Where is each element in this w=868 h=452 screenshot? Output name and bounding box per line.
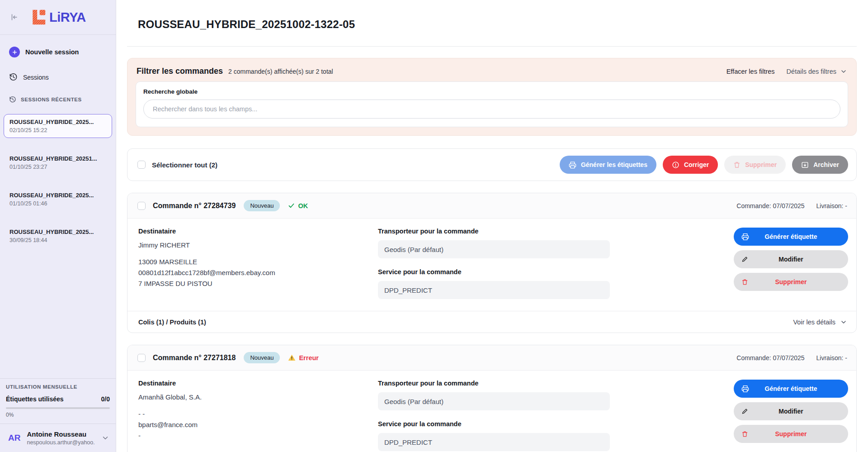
order-status-label: OK [298, 202, 308, 209]
alert-circle-icon [672, 161, 679, 169]
select-all-checkbox[interactable] [137, 161, 146, 169]
generate-label-button[interactable]: Générer étiquette [734, 380, 848, 398]
session-list-item[interactable]: ROUSSEAU_HYBRIDE_2025... 30/09/25 18:44 [4, 224, 112, 248]
sidebar-item-sessions[interactable]: Sessions [0, 68, 116, 86]
order-body: Destinataire Amanhã Global, S.A. - - bpa… [127, 371, 856, 452]
filter-panel: Filtrer les commandes 2 commande(s) affi… [127, 58, 857, 136]
bulk-actions-bar: Sélectionner tout (2) Générer les étique… [127, 148, 857, 181]
order-date: Commande: 07/07/2025 [736, 354, 804, 362]
delete-selected-button[interactable]: Supprimer [724, 156, 786, 174]
printer-icon [741, 385, 749, 393]
filter-details-toggle[interactable]: Détails des filtres [787, 68, 847, 75]
generate-labels-label: Générer les étiquettes [581, 161, 647, 168]
session-date: 01/10/25 23:27 [9, 164, 106, 170]
recipient-column: Destinataire Amanhã Global, S.A. - - bpa… [138, 380, 378, 451]
recipient-address: - - bparts@france.com - [138, 410, 378, 439]
correct-button[interactable]: Corriger [663, 156, 718, 174]
archive-label: Archiver [813, 161, 839, 168]
order-card: Commande n° 27271818 Nouveau Erreur Comm… [127, 345, 857, 452]
usage-label: Étiquettes utilisées [6, 395, 64, 403]
session-name: ROUSSEAU_HYBRIDE_2025... [9, 119, 106, 125]
select-all-label: Sélectionner tout (2) [152, 161, 217, 169]
global-search-card: Recherche globale [136, 81, 848, 127]
order-title: Commande n° 27271818 [153, 354, 236, 362]
check-icon [288, 202, 295, 209]
service-select[interactable] [378, 433, 610, 451]
edit-order-button[interactable]: Modifier [734, 402, 848, 420]
recipient-label: Destinataire [138, 228, 378, 235]
edit-order-text: Modifier [778, 256, 803, 263]
generate-labels-button[interactable]: Générer les étiquettes [560, 156, 656, 174]
history-icon [9, 96, 16, 103]
recipient-line: - [138, 432, 378, 439]
sessions-label: Sessions [23, 74, 49, 81]
user-name: Antoine Rousseau [27, 430, 95, 438]
recipient-line: bparts@france.com [138, 421, 378, 428]
carrier-select[interactable] [378, 240, 610, 258]
carrier-select[interactable] [378, 392, 610, 410]
printer-icon [741, 233, 749, 241]
page-title: ROUSSEAU_HYBRIDE_20251002-1322-05 [127, 0, 857, 31]
carrier-label: Transporteur pour la commande [378, 380, 611, 387]
sidebar: LiRYA Nouvelle session Sessions SES [0, 0, 116, 452]
main-content: ROUSSEAU_HYBRIDE_20251002-1322-05 Filtre… [116, 0, 868, 452]
session-name: ROUSSEAU_HYBRIDE_2025... [9, 228, 106, 235]
usage-percent: 0% [6, 412, 110, 418]
session-list-item[interactable]: ROUSSEAU_HYBRIDE_2025... 01/10/25 01:46 [4, 187, 112, 211]
order-checkbox[interactable] [137, 202, 146, 210]
service-label: Service pour la commande [378, 420, 611, 428]
delete-order-button[interactable]: Supprimer [734, 425, 848, 443]
carrier-label: Transporteur pour la commande [378, 228, 611, 235]
correct-label: Corriger [684, 161, 709, 168]
global-search-input[interactable] [143, 100, 840, 119]
usage-count: 0/0 [101, 395, 110, 403]
monthly-usage-panel: UTILISATION MENSUELLE Étiquettes utilisé… [0, 378, 116, 423]
delivery-date: Livraison: - [816, 354, 847, 362]
trash-icon [741, 279, 748, 285]
order-actions-column: Générer étiquette Modifier Supprimer [734, 380, 848, 451]
order-card: Commande n° 27284739 Nouveau OK Commande… [127, 193, 857, 333]
session-list-item[interactable]: ROUSSEAU_HYBRIDE_2025... 02/10/25 15:22 [4, 114, 112, 138]
bulk-buttons: Générer les étiquettes Corriger Supprime… [560, 156, 848, 174]
clear-filters-button[interactable]: Effacer les filtres [726, 68, 775, 75]
generate-label-button[interactable]: Générer étiquette [734, 228, 848, 246]
collapse-sidebar-icon [10, 13, 18, 21]
recipient-line: 7 IMPASSE DU PISTOU [138, 280, 378, 287]
session-name: ROUSSEAU_HYBRIDE_2025... [9, 192, 106, 199]
recipient-line: - - [138, 410, 378, 418]
delete-order-button[interactable]: Supprimer [734, 273, 848, 291]
select-all-control[interactable]: Sélectionner tout (2) [137, 161, 217, 169]
order-body: Destinataire Jimmy RICHERT 13009 MARSEIL… [127, 219, 856, 311]
trash-icon [733, 161, 741, 168]
edit-order-text: Modifier [778, 408, 803, 415]
collapse-sidebar-button[interactable] [8, 11, 20, 23]
session-date: 02/10/25 15:22 [9, 127, 106, 133]
title-divider [127, 46, 857, 47]
archive-button[interactable]: Archiver [792, 156, 848, 174]
sidebar-item-new-session[interactable]: Nouvelle session [0, 42, 116, 62]
service-select[interactable] [378, 281, 610, 299]
status-badge: Nouveau [244, 200, 280, 211]
carrier-column: Transporteur pour la commande Service po… [378, 380, 611, 451]
order-footer: Colis (1) / Produits (1) Voir les détail… [127, 311, 856, 333]
order-actions-column: Générer étiquette Modifier Supprimer [734, 228, 848, 299]
status-badge: Nouveau [244, 352, 280, 363]
user-email: nespoulous.arthur@yahoo.fr [27, 439, 95, 446]
sidebar-header: LiRYA [0, 0, 116, 35]
order-status: Erreur [288, 354, 319, 362]
recipient-label: Destinataire [138, 380, 378, 387]
order-dates: Commande: 07/07/2025 Livraison: - [736, 354, 847, 362]
recipient-name: Jimmy RICHERT [138, 241, 378, 249]
chevron-down-icon [840, 319, 847, 326]
session-date: 01/10/25 01:46 [9, 200, 106, 207]
order-checkbox[interactable] [137, 354, 146, 362]
edit-order-button[interactable]: Modifier [734, 250, 848, 268]
view-details-toggle[interactable]: Voir les détails [793, 319, 848, 326]
filter-header-actions: Effacer les filtres Détails des filtres [726, 68, 847, 75]
user-menu[interactable]: AR Antoine Rousseau nespoulous.arthur@ya… [0, 423, 116, 452]
recipient-column: Destinataire Jimmy RICHERT 13009 MARSEIL… [138, 228, 378, 299]
session-list-item[interactable]: ROUSSEAU_HYBRIDE_20251... 01/10/25 23:27 [4, 151, 112, 175]
warning-icon [288, 354, 296, 362]
recipient-line: 00801d12f1abcc1728bf@members.ebay.com [138, 269, 378, 276]
recipient-address: 13009 MARSEILLE 00801d12f1abcc1728bf@mem… [138, 258, 378, 287]
